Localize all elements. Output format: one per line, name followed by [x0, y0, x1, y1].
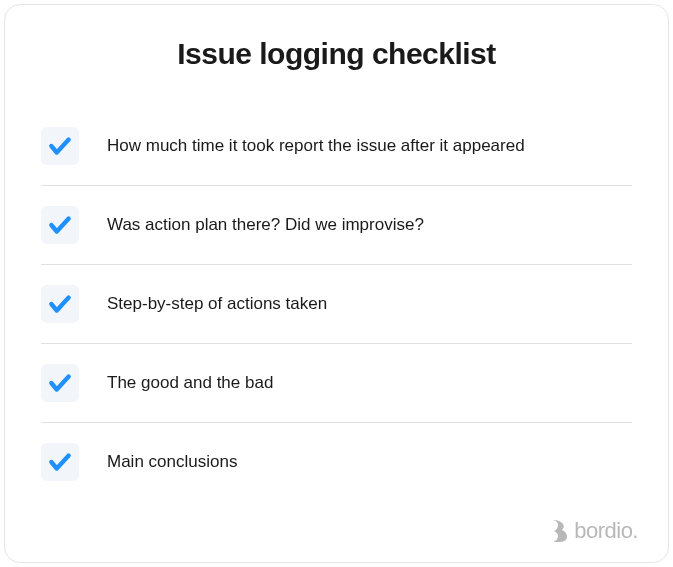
checklist-item-text: Main conclusions [107, 452, 237, 472]
checkbox[interactable] [41, 364, 79, 402]
checklist-item: Step-by-step of actions taken [41, 265, 632, 344]
checklist-item-text: The good and the bad [107, 373, 273, 393]
check-icon [47, 291, 73, 317]
checklist-item-text: Was action plan there? Did we improvise? [107, 215, 424, 235]
checklist-card: Issue logging checklist How much time it… [4, 4, 669, 563]
checklist: How much time it took report the issue a… [41, 107, 632, 501]
checkbox[interactable] [41, 443, 79, 481]
check-icon [47, 449, 73, 475]
checkbox[interactable] [41, 285, 79, 323]
checklist-item: Main conclusions [41, 423, 632, 501]
check-icon [47, 212, 73, 238]
check-icon [47, 370, 73, 396]
brand-name: bordio. [574, 518, 638, 544]
checklist-item: Was action plan there? Did we improvise? [41, 186, 632, 265]
check-icon [47, 133, 73, 159]
checkbox[interactable] [41, 206, 79, 244]
page-title: Issue logging checklist [41, 37, 632, 71]
checklist-item: How much time it took report the issue a… [41, 107, 632, 186]
brand-logo: bordio. [550, 518, 638, 544]
checklist-item-text: Step-by-step of actions taken [107, 294, 327, 314]
checkbox[interactable] [41, 127, 79, 165]
checklist-item-text: How much time it took report the issue a… [107, 136, 525, 156]
brand-mark-icon [550, 520, 568, 542]
checklist-item: The good and the bad [41, 344, 632, 423]
